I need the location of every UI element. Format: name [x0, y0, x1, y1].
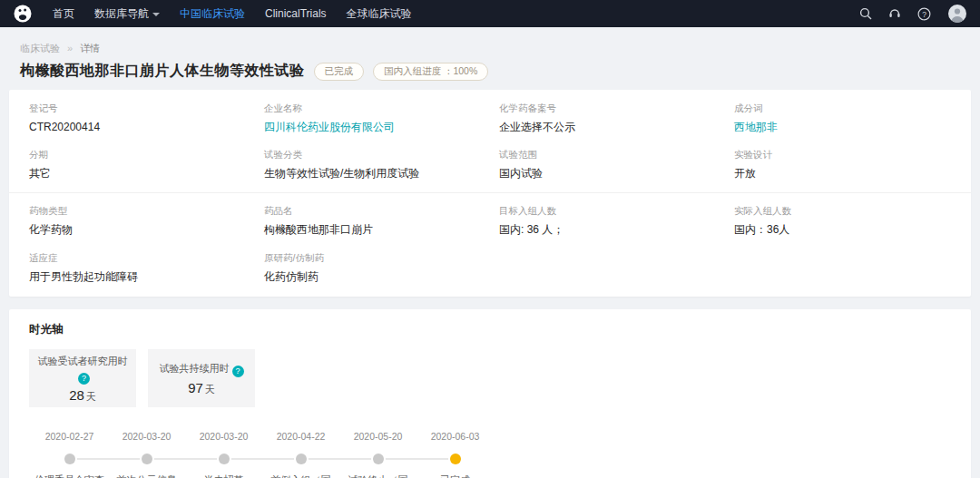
help-icon[interactable]: ? — [917, 7, 931, 21]
timeline-label: 尚未招募 — [185, 473, 262, 478]
info-grid-bottom: 药物类型 化学药物 药品名 枸橼酸西地那非口崩片 目标入组人数 国内: 36 人… — [29, 205, 951, 283]
field-target-enrollment: 目标入组人数 国内: 36 人； — [499, 205, 716, 237]
field-value: 化药仿制药 — [264, 269, 481, 284]
field-drug-name: 药品名 枸橼酸西地那非口崩片 — [264, 205, 481, 237]
card-divider — [9, 192, 971, 193]
field-value: 国内: 36 人； — [499, 222, 716, 237]
field-company-name: 企业名称 四川科伦药业股份有限公司 — [264, 102, 481, 134]
nav-item-clinicaltrials[interactable]: ClinicalTrials — [265, 0, 327, 27]
field-value: 企业选择不公示 — [499, 120, 716, 134]
field-drug-type: 药物类型 化学药物 — [29, 205, 246, 237]
stat-label-text: 试验受试者研究用时 — [38, 356, 128, 366]
timeline-date: 2020-02-27 — [31, 431, 108, 443]
ingredient-link[interactable]: 西地那非 — [734, 120, 951, 134]
field-value: 枸橼酸西地那非口崩片 — [264, 222, 481, 237]
field-trial-classification: 试验分类 生物等效性试验/生物利用度试验 — [264, 149, 481, 180]
stat-number: 97 — [188, 380, 203, 395]
field-label: 原研药/仿制药 — [264, 252, 481, 265]
field-label: 药品名 — [264, 205, 481, 218]
field-chemical-filing-number: 化学药备案号 企业选择不公示 — [499, 102, 716, 134]
field-label: 实验设计 — [734, 149, 951, 161]
field-value: CTR20200414 — [29, 120, 246, 134]
field-value: 化学药物 — [29, 222, 246, 237]
brand-logo-icon — [13, 4, 33, 24]
question-tooltip-icon[interactable]: ? — [232, 366, 244, 377]
stat-unit: 天 — [205, 384, 215, 395]
user-avatar[interactable] — [947, 4, 967, 24]
timeline-dot — [219, 454, 230, 464]
customer-service-icon[interactable] — [888, 7, 901, 20]
field-ingredient: 成分词 西地那非 — [734, 102, 951, 134]
nav-item-china-clinical-trials[interactable]: 中国临床试验 — [180, 0, 245, 27]
top-navbar: 首页 数据库导航 中国临床试验 ClinicalTrials 全球临床试验 ? — [0, 0, 980, 27]
trial-info-card: 登记号 CTR20200414 企业名称 四川科伦药业股份有限公司 化学药备案号… — [9, 90, 971, 297]
stat-label-text: 试验共持续用时 — [160, 363, 230, 374]
timeline-date: 2020-04-22 — [262, 431, 339, 443]
field-label: 适应症 — [29, 252, 246, 265]
field-value: 用于男性勃起功能障碍 — [29, 269, 246, 284]
field-label: 目标入组人数 — [499, 205, 716, 218]
page-content: 临床试验 » 详情 枸橼酸西地那非口崩片人体生物等效性试验 已完成 国内入组进度… — [0, 27, 980, 478]
timeline-label: 首次公示信息 — [108, 473, 185, 478]
svg-text:?: ? — [922, 9, 926, 18]
field-trial-scope: 试验范围 国内试验 — [499, 149, 716, 180]
timeline-date: 2020-03-20 — [185, 431, 262, 443]
field-registration-number: 登记号 CTR20200414 — [29, 102, 246, 134]
search-icon[interactable] — [859, 7, 872, 20]
timeline-dot-completed — [450, 454, 461, 464]
timeline-dot — [64, 454, 75, 464]
nav-item-database-nav[interactable]: 数据库导航 — [94, 0, 160, 27]
field-label: 试验范围 — [499, 149, 716, 161]
field-label: 化学药备案号 — [499, 102, 716, 115]
stat-unit: 天 — [86, 391, 96, 402]
page-title: 枸橼酸西地那非口崩片人体生物等效性试验 — [20, 62, 305, 81]
timeline-stats: 试验受试者研究用时? 28天 试验共持续用时? 97天 — [29, 349, 951, 407]
timeline-event-trial-termination: 2020-05-20 试验终止（国内） — [339, 431, 416, 478]
stat-value: 97天 — [155, 380, 248, 396]
company-link[interactable]: 四川科伦药业股份有限公司 — [264, 120, 481, 134]
breadcrumb-parent[interactable]: 临床试验 — [20, 43, 60, 54]
timeline-date: 2020-06-03 — [416, 431, 494, 443]
field-label: 实际入组人数 — [734, 205, 951, 218]
timeline-title: 时光轴 — [29, 322, 951, 337]
field-value: 生物等效性试验/生物利用度试验 — [264, 166, 481, 180]
field-value: 国内：36人 — [734, 222, 951, 237]
timeline-dot — [373, 454, 384, 464]
stat-total-duration: 试验共持续用时? 97天 — [148, 349, 255, 407]
nav-item-global-clinical-trials[interactable]: 全球临床试验 — [347, 0, 412, 27]
timeline-card: 时光轴 试验受试者研究用时? 28天 试验共持续用时? 97天 — [9, 309, 971, 478]
brand-logo[interactable] — [13, 4, 33, 24]
timeline-event-not-yet-recruiting: 2020-03-20 尚未招募 — [185, 431, 262, 478]
nav-item-home[interactable]: 首页 — [53, 0, 74, 27]
breadcrumb-current: 详情 — [80, 43, 100, 54]
field-label: 药物类型 — [29, 205, 246, 218]
timeline-track: 2020-02-27 伦理委员会审查结论同意 2020-03-20 首次公示信息… — [31, 431, 495, 478]
stat-label: 试验受试者研究用时? — [36, 355, 129, 385]
stat-value: 28天 — [36, 387, 129, 404]
timeline-event-completed: 2020-06-03 已完成 — [416, 431, 494, 478]
chevron-down-icon — [152, 13, 160, 16]
title-row: 枸橼酸西地那非口崩片人体生物等效性试验 已完成 国内入组进度 ：100% — [20, 62, 960, 81]
timeline-event-first-publicity: 2020-03-20 首次公示信息 — [108, 431, 185, 478]
field-value: 其它 — [29, 166, 246, 180]
timeline-nodes: 2020-02-27 伦理委员会审查结论同意 2020-03-20 首次公示信息… — [31, 431, 495, 478]
timeline-label: 已完成 — [416, 473, 494, 478]
field-label: 分期 — [29, 149, 246, 161]
timeline-label: 首例入组（国内） — [262, 473, 339, 478]
breadcrumb-separator: » — [67, 43, 73, 54]
field-value: 开放 — [734, 166, 951, 180]
field-phase: 分期 其它 — [29, 149, 246, 180]
field-original-or-generic: 原研药/仿制药 化药仿制药 — [264, 252, 481, 284]
nav-item-database-nav-label: 数据库导航 — [94, 0, 149, 27]
timeline-dot — [296, 454, 307, 464]
breadcrumb: 临床试验 » 详情 — [20, 42, 960, 55]
stat-number: 28 — [69, 387, 84, 403]
question-tooltip-icon[interactable]: ? — [78, 373, 90, 385]
field-actual-enrollment: 实际入组人数 国内：36人 — [734, 205, 951, 237]
field-label: 登记号 — [29, 102, 246, 115]
timeline-dot — [142, 454, 152, 464]
field-value: 国内试验 — [499, 166, 716, 180]
field-label: 试验分类 — [264, 149, 481, 161]
field-study-design: 实验设计 开放 — [734, 149, 951, 180]
stat-subject-research-duration: 试验受试者研究用时? 28天 — [29, 349, 136, 407]
